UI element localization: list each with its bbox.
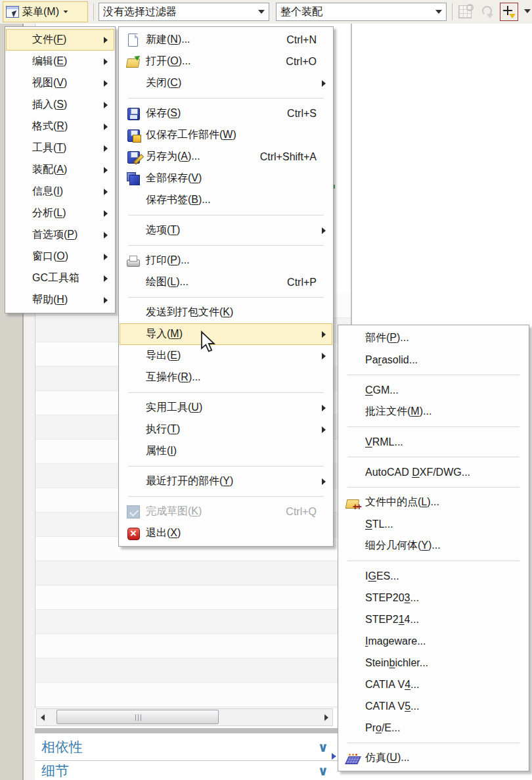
menu-item-print[interactable]: 打印(P)... (120, 250, 332, 271)
menu-item-view[interactable]: 视图(V) (6, 72, 114, 94)
submenu-arrow-icon (104, 102, 108, 108)
menu-item-label: 插入(S) (32, 98, 99, 112)
menu-item-vrml[interactable]: VRML... (339, 431, 528, 453)
scroll-left-arrow-icon (41, 714, 45, 721)
menu-button[interactable]: 菜单(M) (3, 1, 88, 22)
menu-item-shortcut: Ctrl+O (286, 56, 317, 68)
toolbar-overflow-arrow-icon[interactable] (524, 9, 531, 13)
menu-item-close[interactable]: 关闭(C) (120, 72, 332, 94)
menu-item-analysis[interactable]: 分析(L) (6, 202, 114, 224)
menu-item-utilities[interactable]: 实用工具(U) (120, 397, 332, 419)
selection-filter-dropdown[interactable]: 没有选择过滤器 (99, 3, 269, 21)
menu-item-gc-toolbox[interactable]: GC工具箱 (6, 267, 114, 289)
menu-item-open[interactable]: 打开(O)...Ctrl+O (120, 51, 332, 72)
menu-item-plot[interactable]: 绘图(L)...Ctrl+P (120, 271, 332, 293)
menu-item-catia-v4[interactable]: CATIA V4... (339, 674, 528, 695)
submenu-arrow-icon (322, 331, 326, 338)
details-panel-title: 细节 (41, 762, 69, 780)
snap-point-button[interactable] (500, 3, 518, 21)
submenu-arrow-icon (322, 478, 326, 485)
menu-item-save[interactable]: 保存(S)Ctrl+S (120, 103, 332, 124)
menu-item-autocad-dxf-dwg[interactable]: AutoCAD DXF/DWG... (339, 461, 528, 483)
menu-item-catia-v5[interactable]: CATIA V5... (339, 695, 528, 717)
menu-item-edit[interactable]: 编辑(E) (6, 51, 114, 72)
menu-item-save-all[interactable]: 全部保存(V) (120, 168, 332, 189)
toolbar-separator (452, 3, 453, 20)
menu-item-options[interactable]: 选项(T) (120, 219, 332, 241)
selection-scope-dropdown[interactable]: 整个装配 (276, 3, 447, 21)
menu-item-shortcut: Ctrl+Shift+A (260, 151, 317, 163)
menu-item-interop[interactable]: 互操作(R)... (120, 367, 332, 388)
menu-grid-icon (6, 6, 19, 18)
menu-item-finish-sketch[interactable]: 完成草图(K)Ctrl+Q (120, 501, 332, 522)
menu-item-annotation-file[interactable]: 批注文件(M)... (339, 401, 528, 423)
menu-item-format[interactable]: 格式(R) (6, 116, 114, 137)
dependencies-panel-header[interactable]: 相依性 (35, 733, 338, 761)
menu-item-import[interactable]: 导入(M) (120, 323, 332, 345)
details-panel-header[interactable]: 细节 (35, 762, 338, 780)
menu-item-label: 打开(O)... (146, 55, 286, 68)
menu-item-execute[interactable]: 执行(T) (120, 419, 332, 440)
menu-separator (128, 392, 324, 393)
menu-item-properties[interactable]: 属性(I) (120, 440, 332, 462)
menu-item-window[interactable]: 窗口(O) (6, 246, 114, 267)
scroll-left-button[interactable] (37, 709, 49, 725)
submenu-arrow-icon (104, 167, 108, 173)
menu-item-recently-opened-parts[interactable]: 最近打开的部件(Y) (120, 470, 332, 492)
save-as-icon (127, 151, 140, 164)
menu-separator (347, 375, 520, 375)
menu-item-label: STL... (365, 518, 512, 530)
menu-item-cgm[interactable]: CGM... (339, 379, 528, 401)
menu-item-parasolid[interactable]: Parasolid... (339, 349, 528, 371)
chevron-down-icon[interactable] (318, 739, 328, 755)
menu-item-label: Pro/E... (365, 722, 512, 734)
menu-item-export[interactable]: 导出(E) (120, 345, 332, 367)
submenu-arrow-icon (322, 80, 326, 87)
mouse-cursor (200, 331, 217, 353)
menu-item-label: 帮助(H) (32, 293, 99, 307)
horizontal-scrollbar[interactable] (36, 708, 333, 726)
top-toolbar: 菜单(M) 没有选择过滤器 整个装配 (0, 0, 532, 24)
menu-item-information[interactable]: 信息(I) (6, 181, 114, 202)
menu-item-preferences[interactable]: 首选项(P) (6, 224, 114, 246)
menu-item-tools[interactable]: 工具(T) (6, 137, 114, 159)
menu-item-label: 装配(A) (32, 163, 99, 177)
menu-item-file[interactable]: 文件(F) (6, 29, 114, 51)
menu-item-insert[interactable]: 插入(S) (6, 94, 114, 116)
menu-item-label: Parasolid... (365, 354, 512, 366)
menu-separator (347, 457, 520, 457)
menu-item-points-from-file[interactable]: 文件中的点(L)... (339, 492, 528, 513)
menu-item-steinbichler[interactable]: Steinbichler... (339, 652, 528, 674)
menu-item-send-to-package-file[interactable]: 发送到打包文件(K) (120, 302, 332, 323)
menu-separator (128, 297, 324, 298)
menu-item-label: 关闭(C) (146, 76, 317, 90)
file-menu: 新建(N)...Ctrl+N打开(O)...Ctrl+O关闭(C)保存(S)Ct… (118, 26, 334, 547)
menu-item-part[interactable]: 部件(P)... (339, 327, 528, 349)
menu-item-label: 部件(P)... (365, 331, 512, 345)
menu-item-label: 分析(L) (32, 206, 99, 220)
menu-item-label: 信息(I) (32, 185, 99, 198)
menu-item-new[interactable]: 新建(N)...Ctrl+N (120, 29, 332, 51)
menu-item-save-bookmark[interactable]: 保存书签(B)... (120, 189, 332, 211)
menu-item-help[interactable]: 帮助(H) (6, 289, 114, 311)
menu-item-pro-e[interactable]: Pro/E... (339, 717, 528, 739)
menu-item-step214[interactable]: STEP214... (339, 608, 528, 630)
menu-item-step203[interactable]: STEP203... (339, 587, 528, 608)
menu-item-simulation[interactable]: 仿真(U)... (339, 747, 528, 769)
menu-item-assemblies[interactable]: 装配(A) (6, 159, 114, 181)
menu-item-iges[interactable]: IGES... (339, 565, 528, 587)
scroll-right-button[interactable] (321, 709, 332, 725)
menu-item-stl[interactable]: STL... (339, 513, 528, 535)
menu-item-label: 保存书签(B)... (146, 193, 317, 207)
chevron-down-icon[interactable] (318, 763, 328, 779)
menu-item-save-as[interactable]: 另存为(A)...Ctrl+Shift+A (120, 146, 332, 168)
scrollbar-track[interactable] (49, 709, 321, 725)
scrollbar-thumb[interactable] (56, 710, 219, 724)
menu-item-shortcut: Ctrl+N (286, 34, 317, 46)
menu-item-imageware[interactable]: Imageware... (339, 630, 528, 652)
menu-item-save-work-part-only[interactable]: 仅保存工作部件(W) (120, 124, 332, 146)
menu-item-exit[interactable]: 退出(X) (120, 522, 332, 544)
menu-button-label: 菜单(M) (22, 5, 59, 19)
menu-item-subdivision-geometry[interactable]: 细分几何体(Y)... (339, 535, 528, 557)
submenu-arrow-icon (104, 124, 108, 130)
